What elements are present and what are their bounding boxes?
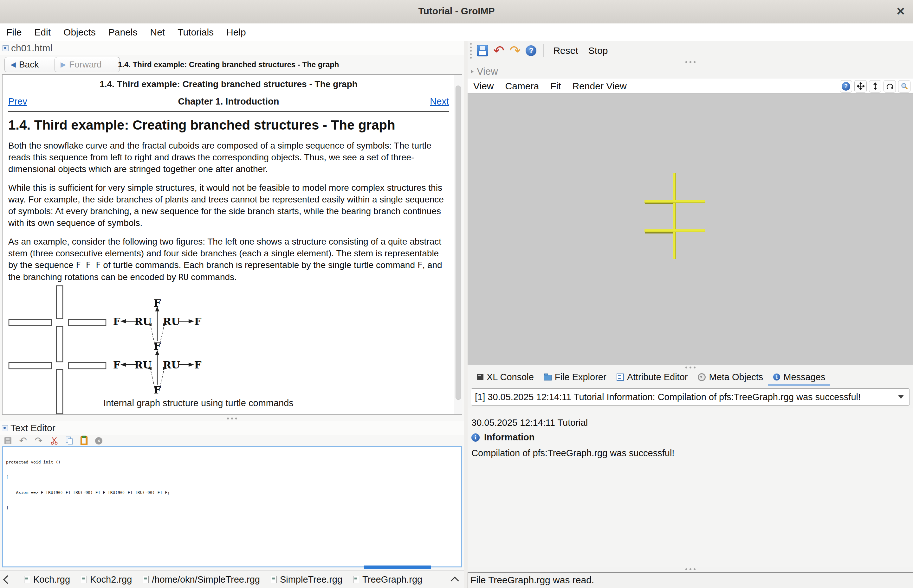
pan-button[interactable] <box>854 80 867 92</box>
svg-text:F: F <box>194 359 202 371</box>
horizontal-splitter[interactable] <box>468 567 913 572</box>
render-canvas[interactable] <box>468 93 913 365</box>
browser-content[interactable]: 1.4. Third example: Creating branched st… <box>2 74 462 415</box>
chevron-down-icon <box>898 395 904 399</box>
redo-icon[interactable]: ↷ <box>34 436 42 446</box>
attribute-editor-icon <box>617 373 624 381</box>
tab-label: Meta Objects <box>709 372 763 382</box>
scrollbar-thumb[interactable] <box>456 86 461 400</box>
menubar: File Edit Objects Panels Net Tutorials H… <box>0 23 913 42</box>
back-arrow-icon: ◀ <box>10 60 16 69</box>
svg-text:RU: RU <box>163 359 180 371</box>
move-vertical-icon <box>872 82 879 90</box>
tab-messages[interactable]: i Messages <box>768 370 830 386</box>
stop-button[interactable]: Stop <box>586 45 610 56</box>
p3-text-b: of turtle commands. Each branch is repre… <box>101 260 418 270</box>
text-editor-area[interactable]: protected void init () [ Axiom ==> F [RU… <box>2 446 462 567</box>
file-tab-label: /home/okn/SimpleTree.rgg <box>152 574 260 585</box>
file-tab[interactable]: /home/okn/SimpleTree.rgg <box>137 570 265 588</box>
menu-edit[interactable]: Edit <box>28 27 57 38</box>
figure-row: Stem with four branches F F RU RU F F F … <box>8 285 449 415</box>
cancel-icon[interactable] <box>95 437 102 444</box>
save-icon[interactable] <box>477 45 488 57</box>
folder-icon <box>544 375 552 381</box>
collapse-icon[interactable] <box>471 70 474 73</box>
scroll-left-icon[interactable] <box>3 575 12 584</box>
view-menu[interactable]: View <box>468 81 499 92</box>
prev-link[interactable]: Prev <box>8 96 27 107</box>
file-tab-active[interactable]: TreeGraph.rgg <box>348 570 427 588</box>
copy-icon[interactable] <box>66 436 73 445</box>
tab-attribute-editor[interactable]: Attribute Editor <box>612 370 693 386</box>
menu-net[interactable]: Net <box>144 27 172 38</box>
horizontal-splitter[interactable] <box>468 365 913 370</box>
graph-caption: Internal graph structure using turtle co… <box>91 398 306 409</box>
console-icon <box>477 374 484 380</box>
back-label: Back <box>19 60 39 70</box>
horizontal-splitter[interactable] <box>468 60 913 65</box>
back-button[interactable]: ◀ Back <box>5 57 62 72</box>
message-dropdown[interactable]: [1] 30.05.2025 12:14:11 Tutorial Informa… <box>471 388 910 405</box>
next-link[interactable]: Next <box>430 96 449 107</box>
file-tab-label: TreeGraph.rgg <box>363 574 422 585</box>
menu-file[interactable]: File <box>0 27 28 38</box>
forward-arrow-icon: ▶ <box>61 60 66 69</box>
save-icon[interactable] <box>5 437 11 444</box>
horizontal-splitter[interactable] <box>0 416 464 422</box>
svg-text:F: F <box>113 315 120 328</box>
message-body: Compilation of pfs:TreeGraph.rgg was suc… <box>471 448 674 459</box>
file-tab[interactable]: Koch2.rgg <box>76 570 137 588</box>
statusbar: File TreeGraph.rgg was read. <box>468 572 913 588</box>
close-icon[interactable]: × <box>897 3 905 19</box>
zoom-button[interactable] <box>898 80 910 92</box>
undo-icon[interactable]: ↶ <box>493 44 504 57</box>
camera-menu[interactable]: Camera <box>499 81 545 92</box>
reset-button[interactable]: Reset <box>550 45 580 56</box>
tab-file-explorer[interactable]: File Explorer <box>539 370 612 386</box>
file-icon <box>81 576 87 583</box>
code-line[interactable]: ] <box>6 505 458 510</box>
message-dropdown-value: [1] 30.05.2025 12:14:11 Tutorial Informa… <box>471 392 861 402</box>
file-tab[interactable]: Koch.rgg <box>19 570 76 588</box>
file-tab[interactable]: SimpleTree.rgg <box>265 570 348 588</box>
svg-text:F: F <box>154 384 161 396</box>
tab-list-icon[interactable] <box>450 577 459 585</box>
view-panel-title: View <box>477 66 498 77</box>
panel-icon <box>3 45 8 51</box>
undo-icon[interactable]: ↶ <box>19 436 27 446</box>
help-button[interactable] <box>840 80 852 92</box>
toolbar-drag-handle[interactable] <box>470 43 472 59</box>
panel-icon <box>2 425 8 431</box>
move-vertical-button[interactable] <box>869 80 881 92</box>
status-text: File TreeGraph.rgg was read. <box>468 573 913 585</box>
help-icon[interactable] <box>526 45 536 56</box>
svg-text:RU: RU <box>134 315 152 328</box>
bottom-tab-bar: XL Console File Explorer Attribute Edito… <box>468 370 913 386</box>
cut-icon[interactable] <box>50 436 58 445</box>
menu-objects[interactable]: Objects <box>57 27 102 38</box>
code-line[interactable]: protected void init () <box>6 460 458 465</box>
paste-icon[interactable] <box>81 436 87 445</box>
code-line[interactable]: Axiom ==> F [RU(90) F] [RU(-90) F] F [RU… <box>6 490 458 495</box>
tab-xl-console[interactable]: XL Console <box>472 370 539 386</box>
redo-icon[interactable]: ↷ <box>510 44 521 57</box>
menu-help[interactable]: Help <box>220 27 253 38</box>
fit-menu[interactable]: Fit <box>545 81 567 92</box>
file-icon <box>24 576 30 583</box>
p3-code-fff: F F F <box>76 260 100 270</box>
tab-meta-objects[interactable]: Meta Objects <box>693 370 768 386</box>
forward-button[interactable]: ▶ Forward <box>55 57 120 72</box>
p3-text-d: commands. <box>188 272 237 282</box>
svg-text:RU: RU <box>163 315 180 328</box>
stem-diagram <box>8 285 107 415</box>
code-line[interactable]: [ <box>6 475 458 480</box>
menu-tutorials[interactable]: Tutorials <box>171 27 220 38</box>
paragraph-2: While this is sufficient for very simple… <box>8 182 449 229</box>
browser-scrollbar[interactable] <box>454 75 462 414</box>
rotate-button[interactable] <box>884 80 896 92</box>
render-view-menu[interactable]: Render View <box>567 81 633 92</box>
menu-panels[interactable]: Panels <box>102 27 144 38</box>
magnifier-icon <box>901 82 908 90</box>
text-editor-header: Text Editor <box>0 422 464 435</box>
vertical-splitter[interactable] <box>464 41 468 588</box>
